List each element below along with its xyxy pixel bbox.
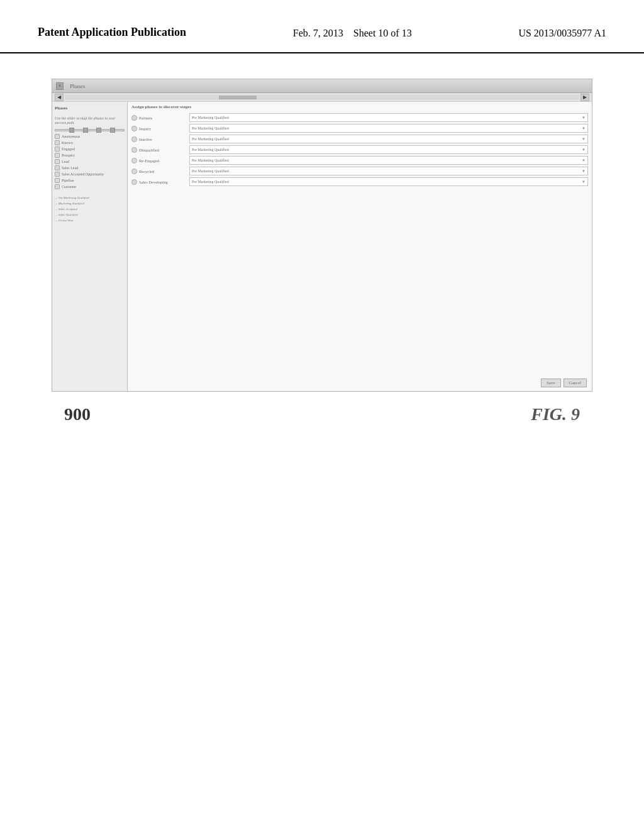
sidebar-item-label: Sales Lead	[62, 166, 78, 170]
publication-title: Patent Application Publication	[38, 25, 186, 40]
dropdown-value: Pre Marketing Qualified	[192, 180, 229, 184]
sidebar-item-label: Sales Accepted Opportunity	[62, 172, 104, 176]
assign-row: Recycled Pre Marketing Qualified ▼	[131, 167, 588, 175]
assign-row: Inquiry Pre Marketing Qualified ▼	[131, 124, 588, 133]
list-item: Pipeline	[55, 178, 125, 183]
sheet-number: Sheet 10 of 13	[353, 28, 412, 38]
horizontal-scrollbar-thumb[interactable]	[219, 96, 257, 99]
stage-dropdown[interactable]: Pre Marketing Qualified ▼	[189, 167, 588, 175]
stage-dropdown[interactable]: Pre Marketing Qualified ▼	[189, 177, 588, 186]
dropdown-arrow-icon: ▼	[582, 158, 586, 162]
publication-date-sheet: Feb. 7, 2013 Sheet 10 of 13	[293, 25, 412, 39]
list-item: Engaged	[55, 147, 125, 152]
sidebar-item-label: Anonymous	[62, 135, 80, 138]
list-item: Sales Lead	[55, 165, 125, 170]
dropdown-arrow-icon: ▼	[582, 126, 586, 130]
dropdown-value: Pre Marketing Qualified	[192, 169, 229, 173]
phase-header-label: — Marketing Qualified	[55, 201, 125, 206]
list-item: Known	[55, 140, 125, 145]
stage-dropdown[interactable]: Pre Marketing Qualified ▼	[189, 156, 588, 165]
figure-label-area: 900 FIG. 9	[52, 404, 592, 424]
dropdown-value: Pre Marketing Qualified	[192, 158, 229, 162]
assign-row: Re-Engaged Pre Marketing Qualified ▼	[131, 156, 588, 165]
stage-icon	[131, 136, 137, 142]
assign-panel: Assign phases to discover stages Partner…	[128, 102, 592, 391]
list-item: Anonymous	[55, 134, 125, 139]
app-window: × Phases ◀ ▶ Phases Use the slider to ma…	[52, 79, 592, 392]
sidebar-item-label: Lead	[62, 160, 69, 163]
assign-row: Sales Developing Pre Marketing Qualified…	[131, 177, 588, 186]
list-item: Customer	[55, 184, 125, 189]
dropdown-arrow-icon: ▼	[582, 169, 586, 173]
figure-reference-number: 900	[64, 404, 91, 424]
scroll-right-arrow[interactable]: ▶	[580, 94, 589, 101]
slider-thumb-2[interactable]	[83, 128, 88, 133]
slider-thumb-3[interactable]	[96, 128, 101, 133]
item-icon	[55, 153, 60, 158]
app-body: Phases Use the slider to map the phases …	[52, 102, 592, 391]
left-sidebar: Phases Use the slider to map the phases …	[52, 102, 128, 391]
save-button[interactable]: Save	[541, 379, 561, 387]
phase-header-label: — Via Marketing Qualified	[55, 196, 125, 200]
item-icon	[55, 165, 60, 170]
sidebar-subtitle: Use the slider to map the phases to your…	[55, 116, 125, 125]
stage-dropdown[interactable]: Pre Marketing Qualified ▼	[189, 124, 588, 133]
sidebar-item-label: Customer	[62, 185, 76, 189]
assign-row: Partners Pre Marketing Qualified ▼	[131, 113, 588, 122]
stage-dropdown[interactable]: Pre Marketing Qualified ▼	[189, 113, 588, 122]
stage-icon	[131, 126, 137, 131]
item-icon	[55, 159, 60, 164]
stage-icon	[131, 115, 137, 121]
stage-icon	[131, 169, 137, 174]
stage-label: Inactive	[139, 137, 189, 141]
scroll-left-arrow[interactable]: ◀	[55, 94, 64, 101]
list-item: Lead	[55, 159, 125, 164]
item-icon	[55, 184, 60, 189]
stage-label: Partners	[139, 116, 189, 120]
dropdown-value: Pre Marketing Qualified	[192, 116, 229, 119]
dropdown-value: Pre Marketing Qualified	[192, 126, 229, 130]
dropdown-arrow-icon: ▼	[582, 116, 586, 119]
sidebar-item-label: Pipeline	[62, 179, 74, 182]
stage-icon	[131, 147, 137, 153]
close-button[interactable]: ×	[56, 82, 64, 90]
titlebar-label: Phases	[70, 83, 86, 89]
item-icon	[55, 147, 60, 152]
sidebar-item-label: Prospect	[62, 153, 75, 157]
cancel-button[interactable]: Cancel	[564, 379, 587, 387]
sidebar-title: Phases	[55, 106, 125, 111]
publication-date: Feb. 7, 2013	[293, 28, 343, 38]
stage-dropdown[interactable]: Pre Marketing Qualified ▼	[189, 135, 588, 143]
figure-label: FIG. 9	[531, 404, 580, 424]
stage-label: Disqualified	[139, 148, 189, 152]
dropdown-arrow-icon: ▼	[582, 180, 586, 184]
stage-label: Recycled	[139, 169, 189, 174]
slider-thumb-4[interactable]	[110, 128, 115, 133]
stage-label: Sales Developing	[139, 180, 189, 184]
patent-number: US 2013/0035977 A1	[518, 25, 606, 39]
top-scrollbar-bar: ◀ ▶	[52, 93, 592, 102]
horizontal-scrollbar-track[interactable]	[65, 95, 579, 100]
sidebar-phases-section: Anonymous Known Engaged Prospect	[55, 134, 125, 189]
item-icon	[55, 134, 60, 139]
phase-slider[interactable]	[55, 129, 125, 131]
list-item: Sales Accepted Opportunity	[55, 172, 125, 177]
stage-icon	[131, 179, 137, 185]
dropdown-value: Pre Marketing Qualified	[192, 137, 229, 141]
item-icon	[55, 140, 60, 145]
phase-header-label: — Closed Won	[55, 218, 125, 223]
stage-dropdown[interactable]: Pre Marketing Qualified ▼	[189, 145, 588, 154]
item-icon	[55, 172, 60, 177]
stage-label: Re-Engaged	[139, 158, 189, 163]
slider-thumb-1[interactable]	[69, 128, 74, 133]
assign-row: Disqualified Pre Marketing Qualified ▼	[131, 145, 588, 154]
dropdown-arrow-icon: ▼	[582, 137, 586, 141]
sidebar-item-label: Engaged	[62, 147, 75, 151]
stage-icon	[131, 158, 137, 163]
stage-label: Inquiry	[139, 126, 189, 131]
assign-row: Inactive Pre Marketing Qualified ▼	[131, 135, 588, 143]
dropdown-arrow-icon: ▼	[582, 148, 586, 152]
app-titlebar: × Phases	[52, 79, 592, 93]
figure-container: × Phases ◀ ▶ Phases Use the slider to ma…	[52, 79, 592, 424]
button-row: Save Cancel	[541, 379, 587, 387]
